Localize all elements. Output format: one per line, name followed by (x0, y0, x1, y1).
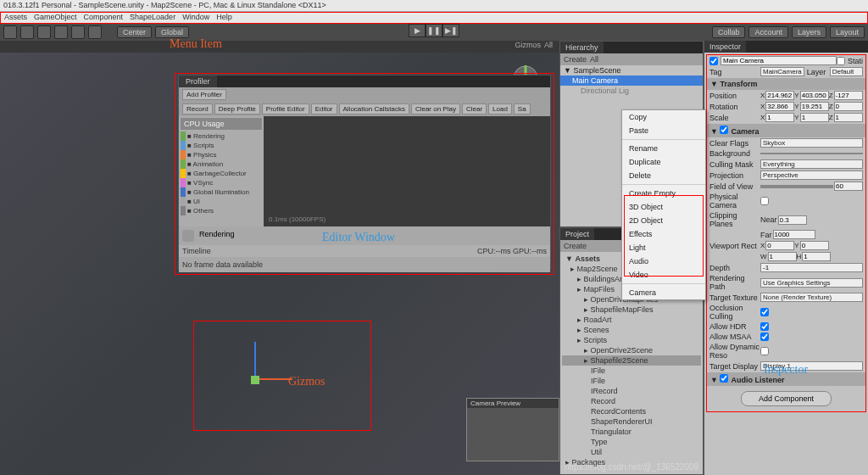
scale-x[interactable] (765, 113, 794, 122)
proj-ifile[interactable]: IFile (562, 366, 701, 376)
pos-z[interactable] (834, 91, 863, 100)
move-tool-icon[interactable] (20, 25, 34, 39)
rotate-tool-icon[interactable] (37, 25, 51, 39)
pos-y[interactable] (800, 91, 829, 100)
near-field[interactable] (778, 215, 807, 225)
target-tex-field[interactable]: None (Render Texture) (760, 293, 863, 302)
go-active-checkbox[interactable] (709, 57, 718, 65)
dynres-checkbox[interactable] (760, 347, 769, 355)
fov-field[interactable] (834, 182, 863, 191)
menu-bar: AssetsGameObjectComponentShapeLoaderWind… (0, 12, 868, 24)
proj-opendrive2scene[interactable]: ▸ OpenDrive2Scene (562, 345, 701, 355)
transform-section[interactable]: ▼ Transform (707, 78, 865, 90)
proj-irecord[interactable]: IRecord (562, 386, 701, 396)
scale-tool-icon[interactable] (54, 25, 68, 39)
proj-triangulator[interactable]: Triangulator (562, 427, 701, 437)
layers-button[interactable]: Layers (792, 26, 826, 38)
vp-w[interactable] (768, 252, 797, 261)
msaa-checkbox[interactable] (760, 332, 769, 341)
project-tab[interactable]: Project (560, 228, 594, 240)
menu-assets[interactable]: Assets (4, 13, 27, 23)
proj-type[interactable]: Type (562, 437, 701, 447)
depth-field[interactable] (760, 263, 863, 272)
proj-roadart[interactable]: ▸ RoadArt (562, 315, 701, 325)
scene-row[interactable]: ▼ SampleScene (560, 65, 703, 75)
proj-scenes[interactable]: ▸ Scenes (562, 325, 701, 335)
project-create[interactable]: Create (564, 242, 587, 250)
rot-x[interactable] (765, 102, 794, 111)
proj-record[interactable]: Record (562, 396, 701, 406)
render-path-dropdown[interactable]: Use Graphics Settings (760, 278, 863, 288)
ctx-delete[interactable]: Delete (622, 169, 705, 182)
rot-z[interactable] (834, 102, 863, 111)
all-search[interactable]: All (544, 41, 553, 53)
inspector-tab[interactable]: Inspector (704, 41, 746, 53)
transform-tool-icon[interactable] (88, 25, 102, 39)
menu-gameobject[interactable]: GameObject (34, 13, 77, 23)
gizmos-dropdown[interactable]: Gizmos (515, 41, 541, 53)
redbox-gizmos (193, 321, 371, 431)
directional-light-row[interactable]: Directional Lig (560, 86, 703, 96)
create-dropdown[interactable]: Create (564, 55, 587, 64)
pos-x[interactable] (765, 91, 794, 100)
proj-shapefile2scene[interactable]: ▸ Shapefile2Scene (562, 355, 701, 366)
go-name-field[interactable] (721, 56, 837, 65)
menu-component[interactable]: Component (84, 13, 124, 23)
playback-controls: ▶❚❚▶❚ (409, 24, 459, 37)
layer-dropdown[interactable]: Default (830, 67, 863, 76)
main-camera-row[interactable]: Main Camera (560, 75, 703, 86)
ctx-paste[interactable]: Paste (622, 124, 705, 137)
culling-dropdown[interactable]: Everything (760, 159, 863, 169)
proj-recordcontents[interactable]: RecordContents (562, 406, 701, 416)
fov-slider[interactable] (760, 185, 833, 188)
projection-dropdown[interactable]: Perspective (760, 170, 863, 180)
inspector-panel: Inspector Stati TagMainCameraLayerDefaul… (704, 41, 868, 475)
phys-cam-checkbox[interactable] (760, 197, 769, 205)
vp-h[interactable] (802, 252, 831, 261)
scene-view[interactable]: Gizmos All Persp Profiler Add Profiler R… (0, 41, 559, 475)
occ-checkbox[interactable] (760, 308, 769, 316)
pause-button[interactable]: ❚❚ (426, 24, 442, 37)
redbox-editor (175, 73, 554, 275)
hierarchy-tab[interactable]: Hierarchy (560, 42, 604, 53)
step-button[interactable]: ▶❚ (442, 24, 459, 37)
menu-shapeloader[interactable]: ShapeLoader (130, 13, 175, 23)
proj-shaperendererui[interactable]: ShapeRendererUI (562, 416, 701, 427)
collab-button[interactable]: Collab (712, 26, 746, 38)
ctx-copy[interactable]: Copy (622, 110, 705, 124)
watermark: https://blog.csdn.net/@_136522009 (565, 462, 698, 472)
tag-dropdown[interactable]: MainCamera (760, 67, 804, 76)
vp-x[interactable] (765, 241, 794, 250)
title-bar: 018.3.12f1 Personal - SampleScene.unity … (0, 0, 868, 12)
menu-window[interactable]: Window (182, 13, 209, 23)
scale-z[interactable] (834, 113, 863, 122)
center-button[interactable]: Center (117, 26, 152, 38)
proj-scripts[interactable]: ▸ Scripts (562, 335, 701, 345)
hdr-checkbox[interactable] (760, 322, 769, 331)
layout-button[interactable]: Layout (830, 26, 865, 38)
proj-util[interactable]: Util (562, 447, 701, 457)
scene-toolbar: Gizmos All (0, 41, 559, 53)
add-component-button[interactable]: Add Component (741, 391, 832, 406)
rot-y[interactable] (800, 102, 829, 111)
hierarchy-search[interactable]: All (590, 55, 598, 64)
proj-ifile[interactable]: IFile (562, 376, 701, 386)
bg-color-field[interactable] (760, 153, 863, 154)
vp-y[interactable] (800, 241, 829, 250)
menu-help[interactable]: Help (216, 13, 232, 23)
static-checkbox[interactable] (837, 57, 845, 65)
account-button[interactable]: Account (748, 26, 788, 38)
annot-gizmos: Gizmos (288, 375, 326, 388)
hand-tool-icon[interactable] (3, 25, 17, 39)
rect-tool-icon[interactable] (71, 25, 85, 39)
clear-flags-dropdown[interactable]: Skybox (760, 138, 863, 148)
play-button[interactable]: ▶ (409, 24, 426, 37)
scale-y[interactable] (800, 113, 829, 122)
far-field[interactable] (773, 230, 815, 239)
ctx-rename[interactable]: Rename (622, 142, 705, 155)
ctx-duplicate[interactable]: Duplicate (622, 155, 705, 169)
global-button[interactable]: Global (155, 26, 189, 38)
camera-section[interactable]: ▼ Camera (707, 124, 865, 137)
ctx-camera[interactable]: Camera (622, 286, 705, 299)
proj-shapefilemapfiles[interactable]: ▸ ShapefileMapFiles (562, 305, 701, 315)
